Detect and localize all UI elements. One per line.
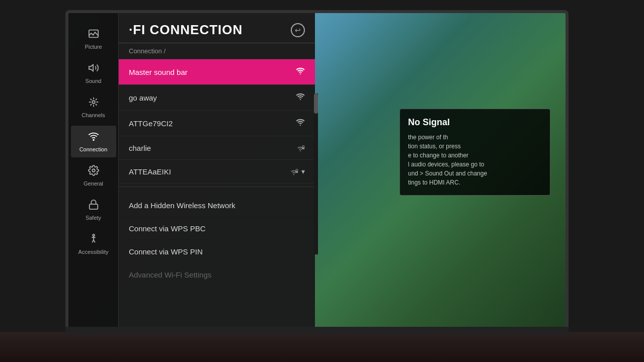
wifi-lock-3 — [296, 143, 305, 152]
sidebar-item-connection[interactable]: Connection — [71, 126, 116, 157]
network-item-atteaeiki[interactable]: ATTEAaEIKI ▾ — [119, 160, 315, 184]
sidebar-label-channels: Channels — [82, 112, 105, 118]
sidebar: Picture Sound Channels — [68, 13, 119, 329]
wifi-icon-0 — [296, 66, 305, 77]
channels-icon — [88, 97, 99, 110]
accessibility-icon — [88, 233, 99, 247]
scroll-track — [314, 94, 318, 254]
extra-options: Add a Hidden Wireless Network Connect vi… — [119, 190, 315, 291]
svg-marker-1 — [89, 65, 93, 71]
network-list: Master sound bar go away — [119, 59, 315, 184]
network-name-3: charlie — [129, 144, 151, 152]
network-name-2: ATTGe79CI2 — [129, 119, 173, 128]
svg-point-10 — [300, 150, 301, 151]
network-item-master-sound-bar[interactable]: Master sound bar — [119, 59, 315, 85]
scroll-thumb[interactable] — [314, 94, 318, 114]
divider — [119, 187, 315, 187]
svg-point-8 — [300, 99, 301, 100]
option-advanced-wifi: Advanced Wi-Fi Settings — [119, 263, 315, 287]
svg-rect-11 — [302, 147, 304, 150]
svg-point-3 — [93, 139, 94, 140]
wifi-icon-1 — [296, 92, 305, 103]
sidebar-label-accessibility: Accessibility — [78, 249, 109, 255]
sound-icon — [88, 62, 99, 76]
desk — [0, 332, 644, 362]
tv-frame: Picture Sound Channels — [65, 10, 569, 332]
wifi-icon-2 — [296, 118, 305, 129]
option-label-1: Connect via WPS PBC — [129, 224, 206, 233]
picture-icon — [88, 28, 99, 42]
network-name-0: Master sound bar — [129, 68, 188, 76]
option-wps-pbc[interactable]: Connect via WPS PBC — [119, 217, 315, 240]
option-label-2: Connect via WPS PIN — [129, 247, 203, 256]
sidebar-label-picture: Picture — [85, 44, 102, 50]
no-signal-box: No Signal the power of th tion status, o… — [399, 109, 550, 196]
sidebar-item-sound[interactable]: Sound — [71, 57, 116, 89]
network-actions-4: ▾ — [289, 167, 305, 176]
svg-point-12 — [293, 174, 294, 175]
svg-point-6 — [93, 234, 95, 236]
no-signal-text: the power of th tion status, or press e … — [408, 133, 542, 187]
sidebar-item-picture[interactable]: Picture — [71, 23, 116, 55]
main-panel: ·FI CONNECTION ↩ Connection / Master sou… — [119, 13, 315, 329]
option-label-3: Advanced Wi-Fi Settings — [129, 270, 211, 279]
sidebar-item-safety[interactable]: Safety — [71, 194, 116, 226]
network-item-go-away[interactable]: go away — [119, 85, 315, 111]
tv-stand — [65, 327, 569, 334]
option-wps-pin[interactable]: Connect via WPS PIN — [119, 240, 315, 263]
sidebar-label-safety: Safety — [86, 215, 101, 221]
network-item-attge79ci2[interactable]: ATTGe79CI2 — [119, 111, 315, 136]
network-name-1: go away — [129, 94, 157, 102]
option-label-0: Add a Hidden Wireless Network — [129, 201, 235, 210]
sidebar-label-general: General — [84, 180, 103, 187]
connection-icon — [88, 131, 99, 144]
svg-rect-13 — [295, 171, 298, 173]
sidebar-item-channels[interactable]: Channels — [71, 92, 116, 123]
svg-point-9 — [300, 125, 301, 126]
no-signal-title: No Signal — [408, 117, 542, 128]
option-add-hidden[interactable]: Add a Hidden Wireless Network — [119, 194, 315, 217]
svg-point-4 — [92, 169, 95, 172]
network-item-charlie[interactable]: charlie — [119, 136, 315, 160]
svg-rect-5 — [89, 204, 98, 209]
back-icon: ↩ — [295, 26, 301, 34]
sidebar-label-connection: Connection — [79, 146, 108, 152]
back-button[interactable]: ↩ — [291, 23, 305, 37]
chevron-down-icon: ▾ — [301, 167, 305, 175]
network-name-4: ATTEAaEIKI — [129, 167, 171, 176]
sidebar-item-general[interactable]: General — [71, 160, 116, 192]
svg-point-2 — [92, 101, 95, 104]
safety-icon — [88, 199, 99, 213]
sidebar-label-sound: Sound — [86, 78, 102, 84]
svg-point-7 — [300, 73, 301, 74]
general-icon — [88, 165, 99, 178]
page-title: ·FI CONNECTION — [129, 22, 243, 38]
sidebar-item-accessibility[interactable]: Accessibility — [71, 228, 116, 260]
breadcrumb: Connection / — [119, 43, 315, 59]
title-bar: ·FI CONNECTION ↩ — [119, 13, 315, 43]
